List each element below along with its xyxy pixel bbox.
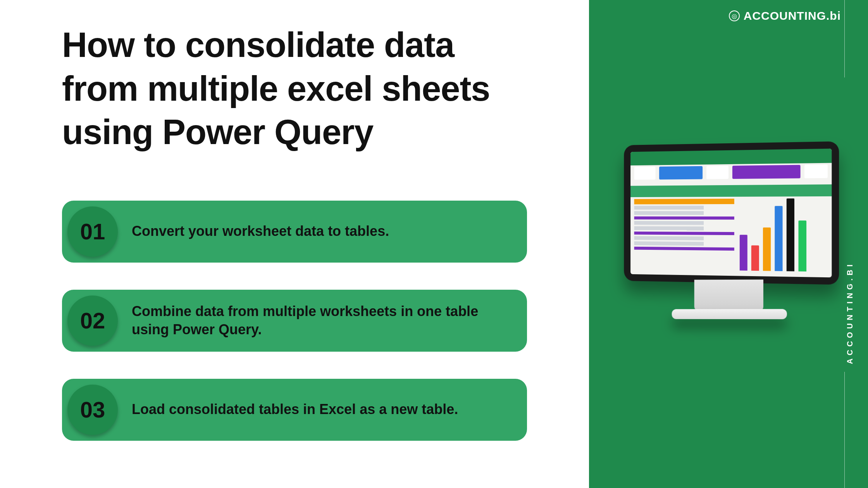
table-row xyxy=(634,206,704,210)
step-2: 02 Combine data from multiple worksheets… xyxy=(62,290,527,352)
monitor-stand xyxy=(694,280,763,311)
ribbon-segment xyxy=(706,166,728,179)
divider-top xyxy=(844,0,845,77)
step-3: 03 Load consolidated tables in Excel as … xyxy=(62,379,527,441)
table-row xyxy=(634,217,735,220)
side-panel: ◎ ACCOUNTING.bi xyxy=(589,0,868,488)
ribbon-segment xyxy=(804,165,828,178)
ribbon-segment xyxy=(634,167,656,180)
step-3-text: Load consolidated tables in Excel as a n… xyxy=(132,400,458,419)
screen-header-band xyxy=(630,184,832,197)
table-row xyxy=(634,247,735,251)
screen-bar-chart xyxy=(740,198,828,273)
screen-titlebar xyxy=(630,149,832,166)
screen-table xyxy=(634,199,735,272)
chart-bar xyxy=(740,235,747,271)
page-title: How to consolidate data from multiple ex… xyxy=(62,23,527,154)
table-row xyxy=(634,226,704,230)
chart-bar xyxy=(775,206,783,271)
step-2-number: 02 xyxy=(67,296,118,346)
table-row xyxy=(634,232,735,235)
table-row xyxy=(634,211,704,215)
ribbon-segment xyxy=(659,166,703,180)
step-1-text: Convert your worksheet data to tables. xyxy=(132,222,389,241)
monitor-screen xyxy=(630,149,832,278)
monitor-frame xyxy=(624,141,839,285)
screen-ribbon xyxy=(634,165,828,180)
main-content: How to consolidate data from multiple ex… xyxy=(62,23,527,441)
excel-monitor-illustration xyxy=(620,143,837,319)
ribbon-segment xyxy=(732,165,801,179)
steps-list: 01 Convert your worksheet data to tables… xyxy=(62,201,527,441)
table-header-row xyxy=(634,199,735,204)
divider-bottom xyxy=(844,372,845,488)
monitor-base xyxy=(672,309,787,319)
brand-logo: ◎ ACCOUNTING.bi xyxy=(729,9,841,22)
table-row xyxy=(634,221,704,225)
brand-side-text: ACCOUNTING.BI xyxy=(846,261,854,364)
table-row xyxy=(634,241,704,246)
step-2-text: Combine data from multiple worksheets in… xyxy=(132,302,504,339)
chart-bar xyxy=(787,198,794,271)
brand-logo-icon: ◎ xyxy=(729,10,740,21)
chart-bar xyxy=(751,246,759,271)
brand-logo-text: ACCOUNTING.bi xyxy=(744,9,841,22)
step-1: 01 Convert your worksheet data to tables… xyxy=(62,201,527,263)
step-1-number: 01 xyxy=(67,206,118,257)
chart-bar xyxy=(799,220,807,271)
table-row xyxy=(634,236,704,241)
screen-body xyxy=(634,198,828,273)
chart-bar xyxy=(763,227,771,271)
step-3-number: 03 xyxy=(67,385,118,435)
